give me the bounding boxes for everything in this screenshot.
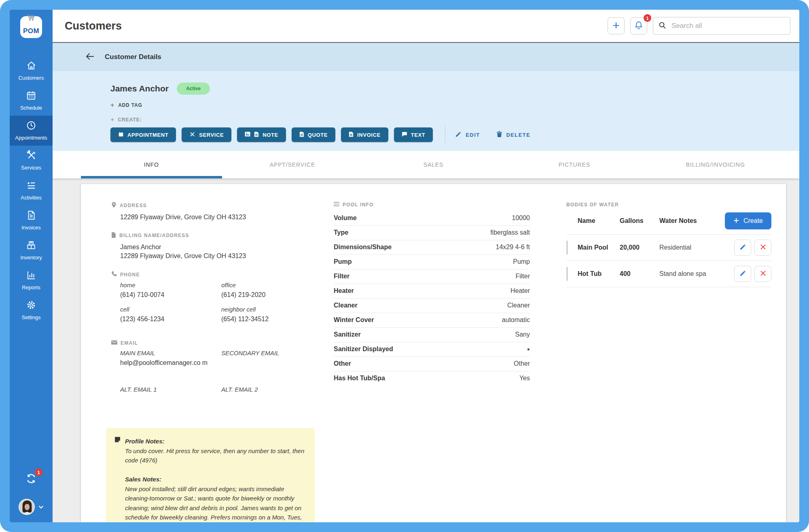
customer-name: James Anchor [110,84,169,93]
pool-info-column: POOL INFO Volume10000 Typefiberglass sal… [334,202,530,522]
x-icon [760,244,766,251]
email-type: ALT. EMAIL 2 [221,386,310,393]
phone-type: home [120,282,221,288]
sales-notes-heading: Sales Notes: [125,475,305,484]
delete-button[interactable]: DELETE [494,130,533,139]
cart-icon [27,14,36,22]
sidebar-nav: Customers Schedule Appointments Services… [10,56,53,325]
address-value: 12289 Flyaway Drive, Grove City OH 43123 [120,213,297,222]
edit-button[interactable]: EDIT [453,131,482,139]
sidebar-item-label: Appointments [15,135,47,141]
tab-info[interactable]: INFO [81,151,222,178]
bodies-of-water-header: Name Gallons Water Notes + Create [566,212,771,229]
contact-column: ADDRESS 12289 Flyaway Drive, Grove City … [111,202,297,522]
phone-entry: neighbor cell (654) 112-34512 [221,306,310,323]
add-tag-button[interactable]: + ADD TAG [110,102,142,108]
home-icon [26,60,37,72]
activity-list-icon [26,180,37,192]
pool-info-row: Has Hot Tub/SpaYes [334,371,530,386]
divider [445,126,445,143]
sidebar-item-invoices[interactable]: Invoices [10,206,53,235]
sidebar-item-appointments[interactable]: Appointments [10,116,53,146]
pool-info-row: HeaterHeater [334,284,530,299]
phone-number: (654) 112-34512 [221,316,310,323]
pool-info-row: SanitizerSany [334,328,530,342]
create-note-button[interactable]: NOTE [237,127,286,142]
pool-info-row: Dimensions/Shape14x29 4-6 ft [334,240,530,255]
email-entry: ALT. EMAIL 1 [120,386,221,403]
pom-logo[interactable]: POM [20,16,42,38]
create-service-button[interactable]: SERVICE [182,127,231,142]
column-header-gallons: Gallons [620,217,659,225]
phone-type: cell [120,306,221,313]
email-value [120,396,221,403]
chevron-down-icon [38,503,44,511]
phone-section: PHONE home (614) 710-0074 office (614) 2… [111,271,297,330]
document-icon [254,131,259,138]
delete-body-button[interactable] [754,240,771,256]
sidebar-item-schedule[interactable]: Schedule [10,86,53,116]
phone-number: (614) 219-2020 [221,291,310,299]
tab-sales[interactable]: SALES [363,151,504,178]
sidebar-bottom: 1 [19,472,44,522]
body-of-water-row: Hot Tub 400 Stand alone spa [566,261,771,287]
pool-info-row: Volume10000 [334,211,530,226]
sidebar-item-services[interactable]: Services [10,146,53,176]
location-pin-icon [111,202,116,209]
sidebar-item-reports[interactable]: Reports [10,265,53,295]
sync-button[interactable]: 1 [24,472,38,487]
sidebar-item-settings[interactable]: Settings [10,295,53,325]
tab-billing-invoicing[interactable]: BILLING/INVOICING [645,151,786,178]
sidebar-item-customers[interactable]: Customers [10,56,53,86]
search-input[interactable] [671,21,785,30]
delete-body-button[interactable] [754,266,771,282]
sidebar-item-activities[interactable]: Activities [10,176,53,206]
email-entry: MAIN EMAIL help@poolofficemanager.co m [120,350,221,367]
pool-info-row: OtherOther [334,357,530,371]
edit-body-button[interactable] [734,266,751,282]
phone-number: (614) 710-0074 [120,291,221,299]
phone-entry: home (614) 710-0074 [120,282,221,299]
back-button[interactable] [86,53,94,61]
phone-type: office [221,282,310,288]
phone-number: (123) 456-1234 [120,316,221,323]
email-type: MAIN EMAIL [120,350,221,356]
tab-pictures[interactable]: PICTURES [504,151,645,178]
email-value [221,359,310,367]
pool-info-row: Typefiberglass salt [334,226,530,240]
create-label: + CREATE: [110,117,799,123]
user-menu[interactable] [19,499,44,515]
tab-appt-service[interactable]: APPT/SERVICE [222,151,363,178]
notifications-button[interactable]: 1 [630,17,647,34]
bar-chart-icon [26,270,36,282]
create-appointment-button[interactable]: APPOINTMENT [110,127,176,142]
body-of-water-row: Main Pool 20,000 Residential [566,234,771,261]
body-water-notes: Residential [659,244,691,251]
window-frame: POM Customers Schedule Appointments Se [0,0,809,532]
note-icon [115,437,120,522]
body-gallons: 400 [620,270,659,278]
document-icon [111,232,116,239]
add-button[interactable]: + [608,17,625,34]
sidebar-item-inventory[interactable]: Inventory [10,235,53,265]
list-icon [334,202,339,208]
sidebar-item-label: Settings [22,314,41,320]
arrow-left-icon [86,53,94,61]
bodies-of-water-label: BODIES OF WATER [566,202,771,208]
create-text-button[interactable]: TEXT [394,127,433,142]
phone-type: neighbor cell [221,306,310,313]
page-title: Customers [65,20,122,32]
phone-entry: cell (123) 456-1234 [120,306,221,323]
bell-icon [634,21,643,32]
logo-text: POM [23,27,39,35]
email-entry: ALT. EMAIL 2 [221,386,310,403]
email-type: ALT. EMAIL 1 [120,386,221,393]
clock-icon [26,120,36,132]
create-invoice-button[interactable]: INVOICE [341,127,388,142]
create-body-of-water-button[interactable]: + Create [725,212,771,229]
pool-info-row: Winter Coverautomatic [334,313,530,328]
edit-body-button[interactable] [734,240,751,256]
create-quote-button[interactable]: QUOTE [292,127,335,142]
body-gallons: 20,000 [620,244,659,251]
email-label: EMAIL [121,340,138,346]
